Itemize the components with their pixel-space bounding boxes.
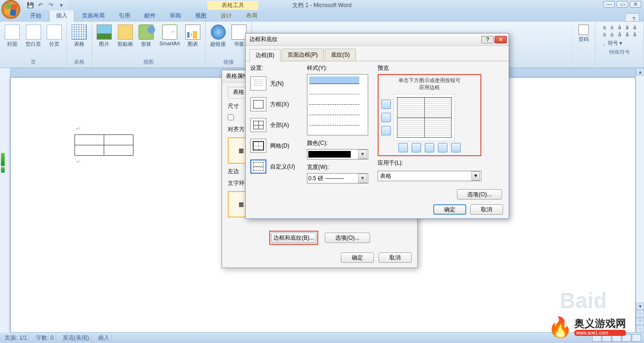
style-listbox[interactable] xyxy=(307,74,368,135)
status-mode[interactable]: 插入 xyxy=(96,334,112,342)
tab-shading[interactable]: 底纹(S) xyxy=(325,49,356,61)
options-button[interactable]: 选项(O)... xyxy=(325,233,370,243)
table-button[interactable]: 表格 xyxy=(70,24,89,49)
qat-more-icon[interactable]: ▾ xyxy=(58,1,65,9)
preview-message: 单击下方图示或使用按钮可 xyxy=(381,77,478,84)
baidu-watermark: Baid xyxy=(560,288,607,313)
smartart-button[interactable]: SmartArt xyxy=(157,24,182,47)
status-page[interactable]: 页面: 1/1 xyxy=(3,334,29,342)
site-watermark: 🔥 奥义游戏网 www.aoe1.com xyxy=(548,313,642,341)
vertical-ruler[interactable] xyxy=(0,68,10,333)
color-dropdown[interactable] xyxy=(307,149,368,159)
group-pages-label: 页 xyxy=(3,58,64,67)
apply-label: 应用于(L): xyxy=(378,159,504,167)
tab-borders[interactable]: 边框(B) xyxy=(249,49,281,61)
borders-shading-dialog: 边框和底纹 ? ✕ 边框(B) 页面边框(P) 底纹(S) 设置: 无(N) 方… xyxy=(245,33,509,219)
symbol-grid[interactable]: àáǎǎǎ àáǎǎǎ xyxy=(598,24,641,39)
group-tables-label: 表格 xyxy=(70,58,89,67)
scroll-down-icon[interactable]: ▾ xyxy=(636,302,644,310)
size-checkbox[interactable] xyxy=(228,114,234,120)
cancel-button[interactable]: 取消 xyxy=(470,204,503,215)
context-tab-label: 表格工具 xyxy=(207,1,258,10)
close-button[interactable]: ✕ xyxy=(630,1,641,8)
tab-view[interactable]: 视图 xyxy=(189,10,213,22)
tab-review[interactable]: 审阅 xyxy=(163,10,188,22)
dialog-title: 边框和底纹 xyxy=(249,35,278,43)
borders-shading-button[interactable]: 边框和底纹(B)... xyxy=(271,233,316,243)
redo-icon[interactable]: ↷ xyxy=(47,1,55,9)
apply-to-dropdown[interactable]: 表格 xyxy=(378,171,481,181)
tab-layout[interactable]: 页面布局 xyxy=(75,10,111,22)
cancel-button[interactable]: 取消 xyxy=(379,252,412,263)
width-label: 宽度(W): xyxy=(307,163,373,171)
ok-button[interactable]: 确定 xyxy=(433,204,466,215)
width-dropdown[interactable]: 0.5 磅 xyxy=(307,173,368,184)
clipart-button[interactable]: 剪贴画 xyxy=(116,24,135,49)
border-left-button[interactable] xyxy=(412,143,421,152)
border-bottom-button[interactable] xyxy=(381,126,391,135)
save-icon[interactable]: 💾 xyxy=(26,1,34,9)
group-links-label: 链接 xyxy=(208,58,248,67)
undo-icon[interactable]: ↶ xyxy=(37,1,44,9)
tab-home[interactable]: 开始 xyxy=(24,10,48,22)
restore-button[interactable]: ▭ xyxy=(617,1,628,8)
ribbon-tabs: 开始 插入 页面布局 引用 邮件 审阅 视图 设计 布局 ? xyxy=(0,10,644,22)
dialog-close-button[interactable]: ✕ xyxy=(495,36,507,43)
setting-box[interactable]: 方框(X) xyxy=(250,95,302,114)
dialog-help-button[interactable]: ? xyxy=(481,36,494,43)
group-illustrations-label: 插图 xyxy=(95,58,202,67)
paragraph-mark-icon: ↵ xyxy=(76,158,81,165)
group-symbols-label: 特殊符号 xyxy=(598,48,641,58)
highlight-annotation: 边框和底纹(B)... xyxy=(269,231,318,245)
page-break-button[interactable]: 分页 xyxy=(45,24,64,49)
chart-button[interactable]: 图表 xyxy=(183,24,202,49)
window-title: 文档 1 - Microsoft Word xyxy=(292,1,351,9)
title-bar: 💾 ↶ ↷ ▾ 表格工具 文档 1 - Microsoft Word — ▭ ✕ xyxy=(0,0,644,10)
color-label: 颜色(C): xyxy=(307,139,373,147)
cover-page-button[interactable]: 封面 xyxy=(3,24,22,49)
border-hmid-button[interactable] xyxy=(381,113,391,122)
quick-access-toolbar: 💾 ↶ ↷ ▾ xyxy=(24,0,68,10)
preview-grid[interactable] xyxy=(394,94,455,141)
tab-table-layout[interactable]: 布局 xyxy=(239,10,264,22)
status-words[interactable]: 字数: 0 xyxy=(34,334,56,342)
tab-design[interactable]: 设计 xyxy=(214,10,239,22)
hyperlink-button[interactable]: 超链接 xyxy=(208,24,228,49)
preview-highlight-annotation: 单击下方图示或使用按钮可 应用边框 xyxy=(378,74,481,156)
scroll-up-icon[interactable]: ▴ xyxy=(636,68,644,75)
options-button[interactable]: 选项(O)... xyxy=(457,189,502,200)
tab-references[interactable]: 引用 xyxy=(112,10,137,22)
pagenum-button[interactable]: 页码 xyxy=(575,24,592,44)
symbol-more[interactable]: ， 符号 ▾ xyxy=(598,39,641,48)
border-vmid-button[interactable] xyxy=(425,143,434,152)
paragraph-mark-icon: ↵ xyxy=(76,125,81,132)
blank-page-button[interactable]: 空白页 xyxy=(24,24,43,49)
office-button[interactable] xyxy=(1,0,20,19)
ok-button[interactable]: 确定 xyxy=(341,252,374,263)
setting-all[interactable]: 全部(A) xyxy=(250,116,302,134)
setting-grid[interactable]: 网格(D) xyxy=(250,136,302,155)
help-button[interactable]: ? xyxy=(625,13,639,22)
minimize-button[interactable]: — xyxy=(603,1,615,8)
flame-icon: 🔥 xyxy=(548,316,572,339)
setting-label: 设置: xyxy=(250,64,302,72)
tab-insert[interactable]: 插入 xyxy=(49,9,74,22)
document-table[interactable] xyxy=(74,134,133,156)
status-lang[interactable]: 英语(美国) xyxy=(61,334,91,342)
style-label: 样式(Y): xyxy=(307,64,373,72)
border-diag1-button[interactable] xyxy=(398,143,408,152)
setting-custom[interactable]: 自定义(U) xyxy=(250,157,302,176)
preview-label: 预览 xyxy=(378,64,504,72)
vertical-scrollbar[interactable]: ▴ ▾ ◦ ○ ◦ xyxy=(636,68,644,333)
tab-mailings[interactable]: 邮件 xyxy=(138,10,162,22)
border-right-button[interactable] xyxy=(438,143,447,152)
border-diag2-button[interactable] xyxy=(451,143,461,152)
setting-none[interactable]: 无(N) xyxy=(250,74,302,93)
border-top-button[interactable] xyxy=(381,100,391,109)
tab-page-border[interactable]: 页面边框(P) xyxy=(281,49,324,61)
shapes-button[interactable]: 形状 xyxy=(137,24,156,49)
preview-message-2: 应用边框 xyxy=(381,84,478,91)
picture-button[interactable]: 图片 xyxy=(95,24,114,49)
